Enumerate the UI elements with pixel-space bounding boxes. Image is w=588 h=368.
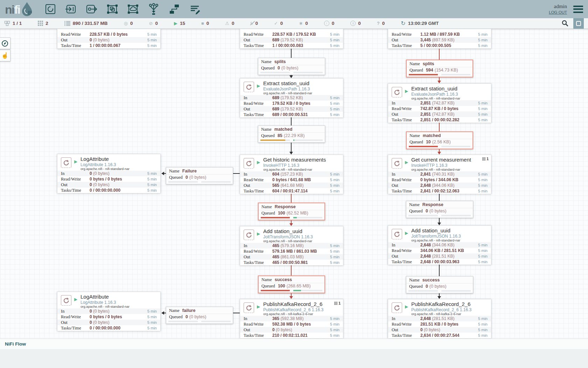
flow-canvas[interactable]: ☝ Read/Write 228.57 KB / 0 bytes 5 min O… (0, 29, 588, 339)
connection-label-failure-top[interactable]: NameFailure Queued0(0 bytes) (166, 167, 233, 184)
connection-label-splits-right[interactable]: Namesplits Queued594(154.73 KB) (406, 60, 473, 77)
remote-process-group-tool[interactable] (126, 2, 140, 16)
stat-row-read-write: Read/Write 228.57 KB / 0 bytes 5 min (57, 32, 160, 37)
processor-stamp-icon (61, 295, 71, 306)
process-group-tool[interactable] (106, 2, 119, 16)
connection-label-success-right[interactable]: Namesuccess Queued0(0 bytes) (406, 276, 473, 293)
invalid-status: ⚠ 0 (225, 21, 234, 26)
new-window-panel-button[interactable] (573, 18, 584, 29)
processor-bundle: org.apache.nifi - nifi-standard-nar (80, 305, 130, 308)
processor-publishkafkarecord-mid[interactable]: ▶ PublishKafkaRecord_2_6 PublishKafkaRec… (240, 299, 343, 338)
size-percent-bar (441, 215, 471, 216)
processor-name: PublishKafkaRecord_2_6 (411, 301, 470, 307)
nifi-logo-text: nifi (5, 2, 20, 16)
input-port-tool[interactable] (64, 2, 78, 16)
breadcrumb-root[interactable]: NiFi Flow (5, 341, 26, 347)
processor-get-current-measurement[interactable]: ▶ Get current measurement InvokeHTTP 1.1… (388, 155, 491, 194)
stat-row-out: Out0 (0 bytes)5 min (57, 320, 160, 325)
processor-add-station-uuid-mid[interactable]: ▶ Add station_uuid JoltTransformJSON 1.1… (240, 226, 343, 265)
active-threads-badge: 1 (482, 157, 489, 161)
compass-icon (1, 40, 8, 47)
stat-row-out: Out565 (641.68 MB)5 min (240, 183, 343, 188)
logout-link[interactable]: LOG OUT (549, 9, 567, 15)
stat-row-in: In465 (579.16 MB)5 min (240, 243, 343, 248)
processor-stamp-icon (392, 229, 402, 239)
stat-row-out: Out2,648 (344.06 KB)5 min (388, 183, 491, 188)
queued-status: 890 / 331.57 MB (64, 21, 108, 26)
processor-partial-mid[interactable]: Read/Write 228.57 KB / 179.52 KB 5 min O… (240, 29, 343, 49)
output-port-icon (85, 3, 98, 15)
processor-stamp-icon (244, 230, 254, 240)
stat-row-tasks-time: Tasks/Time0 / 00:00:00.0005 min (57, 325, 160, 331)
stat-row-in: In2,648 (281.51 KB)5 min (388, 316, 491, 321)
stat-row-in: In604 (157.23 KB)5 min (240, 171, 343, 177)
running-status-icon: ▶ (405, 89, 408, 93)
connection-label-matched-right[interactable]: Namematched Queued10(2.56 KB) (406, 131, 473, 149)
processor-bundle: org.apache.nifi - nifi-standard-nar (411, 168, 460, 171)
label-tool[interactable] (188, 2, 202, 16)
active-threads-badge: 1 (334, 301, 341, 305)
global-menu-button[interactable] (573, 6, 583, 13)
running-status-icon: ▶ (74, 297, 77, 301)
running-status-icon: ▶ (257, 84, 260, 88)
navigate-palette-button[interactable] (0, 38, 10, 49)
processor-get-historic-measurements[interactable]: ▶ Get historic measurements InvokeHTTP 1… (240, 155, 343, 194)
stat-row-read-write: Read/Write0 bytes / 344.06 KB5 min (388, 177, 491, 183)
connection-label-failure-bottom[interactable]: Namefailure Queued0(0 bytes) (166, 307, 233, 324)
arrowhead (289, 152, 293, 155)
size-percent-bar (441, 146, 470, 147)
search-icon[interactable] (562, 20, 568, 27)
stat-row-in: In2,841 (740.31 KB)5 min (388, 171, 491, 177)
stat-row-out: Out0 (0 bytes)5 min (240, 327, 343, 333)
connection-label-matched-mid[interactable]: Namematched Queued85(22.29 KB) (258, 125, 325, 143)
processor-bundle: org.apache.nifi - nifi-standard-nar (263, 239, 312, 243)
stat-row-out: Out689 (179.52 KB)5 min (240, 106, 343, 112)
stat-row-out: Out465 (861.03 MB)5 min (240, 254, 343, 260)
connection-label-response-mid[interactable]: NameResponse Queued100(62.52 MB) (258, 203, 325, 220)
flow-status-bar: 1 / 1 2 890 / 331.57 MB ◎ 0 ⊘ 0 ▶ 15 (0, 18, 588, 29)
locally-modified-status: ∗ 0 (299, 21, 308, 26)
cluster-status: 1 / 1 (4, 21, 22, 26)
processor-bundle: org.apache.nifi - nifi-standard-nar (411, 96, 460, 100)
count-percent-bar (409, 74, 438, 75)
operate-palette-button[interactable]: ☝ (0, 50, 10, 61)
refresh-icon[interactable]: ↻ (401, 21, 405, 26)
threads-grid-icon (334, 302, 337, 305)
processor-tool[interactable] (44, 2, 57, 16)
processor-stamp-icon (244, 158, 254, 169)
stat-row-read-write: Read/Write0 bytes / 641.68 MB5 min (240, 177, 343, 183)
processor-extract-station-uuid-right[interactable]: ▶ Extract station_uuid EvaluateJsonPath … (388, 83, 491, 123)
count-percent-bar (260, 72, 290, 73)
count-percent-bar (261, 290, 290, 291)
disabled-status: ϟ 0 (250, 21, 258, 26)
size-percent-bar (441, 290, 471, 292)
processor-logattribute-bottom[interactable]: ▶ LogAttribute LogAttribute 1.16.3 org.a… (57, 292, 161, 331)
processor-bundle: org.apache.nifi - nifi-kafka-2-6-nar (411, 312, 461, 316)
nifi-logo: nifi (5, 2, 33, 16)
queued-list-icon (64, 21, 70, 26)
stat-row-read-write: Read/Write281.51 KB / 0 bytes5 min (388, 321, 491, 327)
funnel-tool[interactable] (147, 2, 160, 16)
processor-bundle: org.apache.nifi - nifi-standard-nar (263, 168, 312, 171)
output-port-tool[interactable] (85, 2, 98, 16)
processor-logattribute-top[interactable]: ▶ LogAttribute LogAttribute 1.16.3 org.a… (57, 154, 161, 193)
processor-name: PublishKafkaRecord_2_6 (263, 301, 322, 307)
arrowhead (289, 296, 293, 299)
size-percent-bar (293, 217, 322, 218)
stat-row-tasks-time: Tasks/Time2,841 / 00:02:12.0635 min (388, 188, 491, 194)
connection-label-response-right[interactable]: NameResponse Queued0(0 bytes) (406, 201, 473, 218)
processor-partial-left[interactable]: Read/Write 228.57 KB / 0 bytes 5 min Out… (57, 29, 161, 49)
processor-extract-station-uuid-mid[interactable]: ▶ Extract station_uuid EvaluateJsonPath … (240, 78, 343, 117)
processor-name: LogAttribute (80, 156, 109, 162)
processor-publishkafkarecord-right[interactable]: ▶ PublishKafkaRecord_2_6 PublishKafkaRec… (388, 299, 491, 338)
processor-type: LogAttribute 1.16.3 (80, 300, 116, 305)
connection-label-success-mid[interactable]: Namesuccess Queued100(268.65 MB) (258, 275, 325, 293)
transmitting-status: ◎ 0 (124, 21, 133, 26)
processor-partial-right[interactable]: Read/Write 1.12 MB / 897.59 KB 5 min Out… (388, 29, 491, 49)
locally-modified-stale-status: ! 0 (350, 21, 361, 26)
disabled-bolt-icon: ϟ (250, 21, 253, 26)
template-tool[interactable] (168, 2, 181, 16)
processor-add-station-uuid-right[interactable]: ▶ Add station_uuid JoltTransformJSON 1.1… (388, 225, 491, 265)
connection-label-splits-mid[interactable]: Namesplits Queued0(0 bytes) (258, 58, 325, 75)
stat-row-tasks-time: Tasks/Time0 / 00:00:00.0005 min (57, 188, 160, 193)
